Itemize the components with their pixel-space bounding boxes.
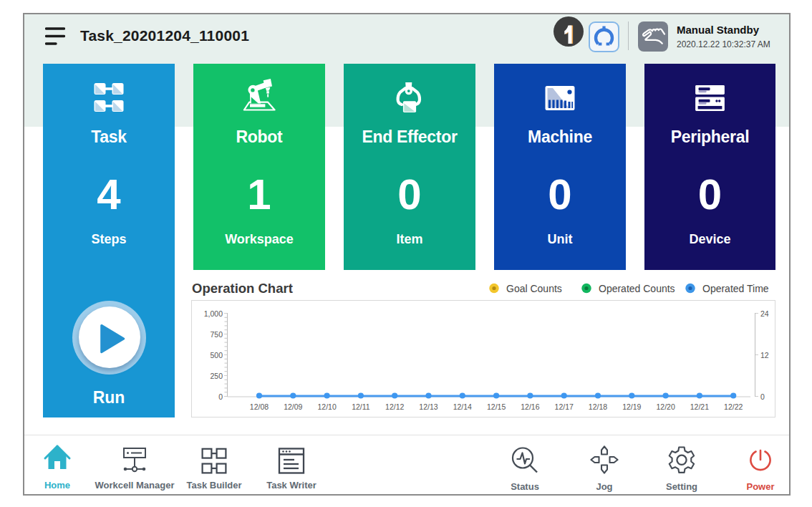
svg-text:500: 500 xyxy=(210,351,223,359)
svg-text:750: 750 xyxy=(210,330,223,339)
svg-text:0: 0 xyxy=(218,392,223,401)
svg-text:Operated Counts: Operated Counts xyxy=(599,283,675,294)
svg-text:12/16: 12/16 xyxy=(521,402,539,411)
svg-text:12/13: 12/13 xyxy=(419,402,438,411)
svg-text:12/08: 12/08 xyxy=(250,402,269,411)
svg-text:12/10: 12/10 xyxy=(317,402,336,411)
svg-text:0: 0 xyxy=(760,392,765,401)
svg-text:12/21: 12/21 xyxy=(690,402,709,411)
svg-text:12/22: 12/22 xyxy=(724,402,743,411)
svg-text:12/19: 12/19 xyxy=(622,402,641,411)
svg-text:12/12: 12/12 xyxy=(385,402,404,411)
svg-text:12/18: 12/18 xyxy=(589,402,607,411)
svg-text:1,000: 1,000 xyxy=(204,309,223,318)
svg-text:12/20: 12/20 xyxy=(656,402,675,411)
svg-text:12/15: 12/15 xyxy=(487,402,506,411)
svg-text:250: 250 xyxy=(210,372,223,380)
svg-text:Goal Counts: Goal Counts xyxy=(506,283,562,294)
svg-text:12/11: 12/11 xyxy=(352,402,370,411)
svg-text:12/17: 12/17 xyxy=(555,402,574,411)
svg-text:12/09: 12/09 xyxy=(284,402,302,411)
svg-text:12: 12 xyxy=(760,351,769,359)
svg-text:24: 24 xyxy=(760,309,769,318)
svg-text:Operated Time: Operated Time xyxy=(702,283,769,294)
svg-text:12/14: 12/14 xyxy=(453,402,472,411)
